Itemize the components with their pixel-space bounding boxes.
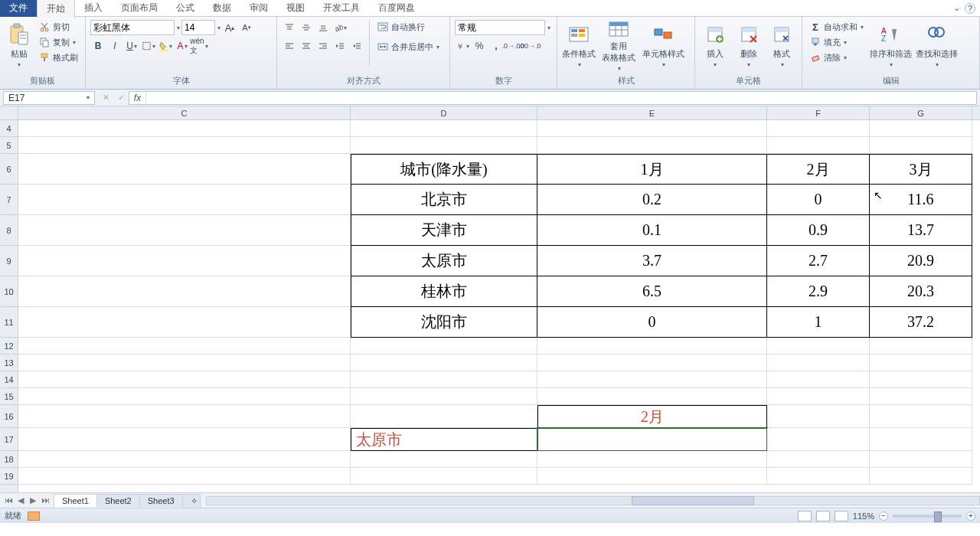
view-page-break-button[interactable] [835,511,848,521]
clear-button[interactable]: 清除▾ [807,51,866,64]
cell[interactable] [537,468,767,485]
cell[interactable] [18,405,351,428]
cell[interactable]: 2月 [537,405,767,428]
row-header-10[interactable]: 10 [0,276,18,307]
orientation-button[interactable]: ab▾ [332,20,348,35]
cell[interactable] [351,137,537,154]
cell[interactable] [351,388,537,405]
bold-button[interactable]: B [90,38,106,54]
name-box[interactable]: E17 ▾ [3,91,95,105]
cell[interactable] [870,468,972,485]
cell[interactable]: 0 [767,185,870,215]
italic-button[interactable]: I [107,38,122,54]
cell[interactable] [870,371,972,388]
col-header-E[interactable]: E [537,106,767,119]
cell[interactable] [537,451,767,468]
zoom-in-button[interactable]: + [966,511,975,521]
row-header-9[interactable]: 9 [0,246,18,276]
tab-baidu[interactable]: 百度网盘 [369,0,424,17]
row-header-8[interactable]: 8 [0,215,18,246]
cell[interactable] [537,338,767,355]
tab-page-layout[interactable]: 页面布局 [112,0,167,17]
merge-center-button[interactable]: 合并后居中▾ [374,40,442,54]
cell[interactable]: 太原市 [351,428,537,451]
row-header-15[interactable]: 15 [0,388,18,405]
cell[interactable]: 3月 [870,154,972,185]
format-painter-button[interactable]: 格式刷 [36,51,80,64]
col-header-F[interactable]: F [767,106,870,119]
cell[interactable]: 1 [767,307,870,338]
cell[interactable]: 北京市 [351,185,537,215]
cell[interactable]: 20.3 [870,276,972,307]
cell[interactable]: 天津市 [351,215,537,246]
zoom-level[interactable]: 115% [853,511,874,521]
cell[interactable] [767,338,870,355]
cell[interactable] [18,276,351,307]
sort-filter-button[interactable]: AZ 排序和筛选▾ [869,20,912,70]
select-all-corner[interactable] [0,106,18,120]
cell[interactable] [767,468,870,485]
row-headers[interactable]: 45678910111213141516171819 [0,120,18,492]
phonetic-button[interactable]: wén文▾ [191,38,207,54]
fill-color-button[interactable]: ▾ [158,38,173,54]
cell[interactable]: 0.1 [537,215,767,246]
col-header-D[interactable]: D [351,106,537,119]
cell[interactable] [18,246,351,276]
cell[interactable] [767,355,870,371]
cell[interactable] [18,338,351,355]
cell[interactable]: 桂林市 [351,276,537,307]
format-as-table-button[interactable]: 套用 表格格式▾ [599,20,639,70]
decrease-indent-button[interactable] [332,38,348,54]
font-size-select[interactable] [181,20,215,35]
cell[interactable]: 3.7 [537,246,767,276]
col-header-G[interactable]: G [870,106,972,119]
font-color-button[interactable]: A▾ [175,38,190,54]
insert-cells-button[interactable]: 插入▾ [700,20,730,70]
row-header-11[interactable]: 11 [0,307,18,338]
cell[interactable] [351,371,537,388]
cell[interactable]: 0 [537,307,767,338]
cell[interactable] [351,120,537,137]
format-cells-button[interactable]: 格式▾ [766,20,797,70]
new-sheet-button[interactable]: ✧ [182,494,201,508]
minimize-ribbon-icon[interactable]: ⌄ [953,3,960,13]
align-middle-button[interactable] [299,20,314,35]
cell[interactable] [767,371,870,388]
tab-home[interactable]: 开始 [37,0,75,18]
cell[interactable] [351,468,537,485]
row-header-16[interactable]: 16 [0,405,18,428]
cell[interactable] [537,371,767,388]
paste-button[interactable]: 粘贴 ▾ [5,20,33,70]
cell[interactable]: 城市(降水量) [351,154,537,185]
cell[interactable] [767,120,870,137]
cell[interactable]: 0.2 [537,185,767,215]
align-left-button[interactable] [282,38,297,54]
tab-developer[interactable]: 开发工具 [314,0,369,17]
cell[interactable] [537,120,767,137]
zoom-slider[interactable] [893,515,962,518]
macro-record-icon[interactable] [28,511,40,521]
cell[interactable] [18,215,351,246]
increase-font-button[interactable]: A▴ [222,20,237,35]
cell[interactable]: 2.7 [767,246,870,276]
align-right-button[interactable] [315,38,331,54]
cell-styles-button[interactable]: 单元格样式▾ [642,20,684,70]
file-tab[interactable]: 文件 [0,0,37,17]
confirm-formula-button[interactable]: ✓ [115,92,127,104]
sheet-nav-prev[interactable]: ◀ [15,495,26,505]
cell[interactable] [18,185,351,215]
cell[interactable]: 11.6 [870,185,972,215]
row-header-19[interactable]: 19 [0,468,18,485]
align-bottom-button[interactable] [315,20,331,35]
row-header-12[interactable]: 12 [0,338,18,355]
cell[interactable] [870,451,972,468]
cell[interactable] [870,405,972,428]
cell[interactable]: 13.7 [870,215,972,246]
cell[interactable] [18,451,351,468]
sheet-nav-next[interactable]: ▶ [28,495,38,505]
decrease-decimal-button[interactable]: .00→.0 [522,38,537,54]
row-header-7[interactable]: 7 [0,185,18,215]
sheet-tab-3[interactable]: Sheet3 [139,494,183,507]
row-header-4[interactable]: 4 [0,120,18,137]
cell[interactable] [537,355,767,371]
